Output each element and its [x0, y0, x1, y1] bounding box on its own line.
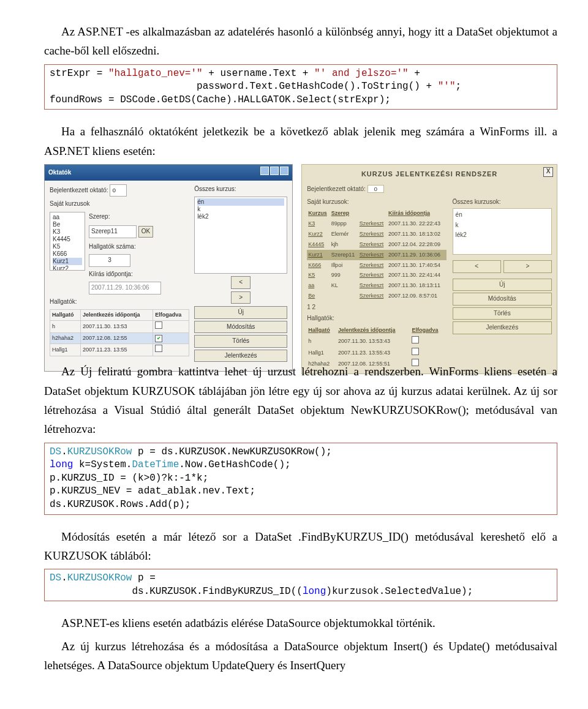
code1-l2c: ;	[456, 81, 462, 92]
wf-all-courses-list[interactable]: énklék2	[194, 197, 287, 274]
code-block-3: DS.KURZUSOKRow p = ds.KURZUSOK.FindByKUR…	[44, 569, 557, 601]
wf-all-label: Összes kurzus:	[194, 184, 287, 195]
intro-paragraph-2: Ha a felhasználó oktatóként jeletkezik b…	[44, 122, 557, 160]
code1-l2b: "'"	[438, 81, 456, 92]
wf-students-table[interactable]: HallgatóJelentkezés időpontjaElfogadvah2…	[50, 309, 189, 356]
aspnet-window: X KURZUS JELENTKEZÉSI RENDSZER Bejelentk…	[301, 164, 557, 374]
code2-l2b: k=System.	[73, 459, 132, 470]
code3-l1c: KURZUSOKRow	[67, 572, 132, 583]
asp-logged-input[interactable]: o	[368, 185, 385, 193]
wf-post-value: 2007.11.29. 10:36:06	[89, 282, 161, 294]
screenshots-row: Oktatók Bejelentkezett oktató: o Saját k…	[44, 164, 557, 377]
wf-role-input[interactable]: Szerep11	[89, 225, 137, 238]
wf-count-label: Hallgatók száma:	[89, 243, 136, 250]
code1-l2a: password.Text.GetHashCode().ToString() +	[50, 81, 438, 92]
code2-l2a: long	[50, 459, 73, 470]
asp-own-label: Saját kurzusok:	[307, 197, 446, 208]
code3-l1d: p =	[132, 572, 161, 583]
asp-pager[interactable]: 1 2	[307, 302, 446, 313]
code1-l1d: "' and jelszo='"	[314, 68, 409, 79]
asp-modify-button[interactable]: Módosítás	[453, 293, 552, 306]
code2-l1c: KURZUSOKRow	[67, 446, 132, 457]
asp-close-button[interactable]: X	[543, 167, 553, 177]
wf-students-label: Hallgatók:	[50, 297, 189, 307]
code2-l3: p.KURZUS_ID = (k>0)?k:-1*k;	[50, 473, 208, 484]
wf-own-courses-list[interactable]: aaBeK3K4445K5K666Kurz1Kurz2laelék	[50, 212, 85, 271]
winforms-titlebar: Oktatók	[45, 165, 292, 181]
code2-l2d: .Now.GetHashCode();	[179, 459, 290, 470]
asp-own-courses-table[interactable]: KurzusSzerepKiírás időpontjaK389pppSzerk…	[307, 208, 446, 301]
wf-count-value: 3	[89, 254, 130, 267]
code1-l1b: "hallgato_nev='"	[108, 68, 203, 79]
asp-delete-button[interactable]: Törlés	[453, 307, 552, 320]
code1-l1a: strExpr =	[50, 68, 108, 79]
paragraph-4: Módosítás esetén a már létező sor a Data…	[44, 527, 557, 566]
asp-new-button[interactable]: Új	[453, 279, 552, 291]
asp-move-left-button[interactable]: <	[453, 260, 501, 273]
winforms-window: Oktatók Bejelentkezett oktató: o Saját k…	[44, 164, 293, 372]
code2-l5: ds.KURZUSOK.Rows.Add(p);	[50, 499, 190, 510]
paragraph-3: Az Új feliratú gombra kattintva lehet új…	[44, 362, 557, 438]
code2-l1d: p = ds.KURZUSOK.NewKURZUSOKRow();	[132, 446, 331, 457]
wf-role-label: Szerep:	[89, 213, 110, 220]
code3-l2b: long	[303, 586, 326, 597]
wf-delete-button[interactable]: Törlés	[194, 335, 287, 348]
asp-logged-label: Bejelentkezett oktató:	[307, 186, 366, 192]
asp-all-courses-list[interactable]: énklék2	[453, 208, 552, 255]
code3-l1a: DS	[50, 572, 61, 583]
asp-all-label: Összes kurzusok:	[453, 197, 552, 208]
wf-post-label: Kiírás időpontja:	[89, 271, 133, 277]
winforms-window-buttons[interactable]	[259, 167, 288, 179]
asp-title: KURZUS JELENTKEZÉSI RENDSZER	[307, 167, 552, 183]
code2-l1a: DS	[50, 446, 61, 457]
asp-apply-button[interactable]: Jelentkezés	[453, 321, 552, 334]
winforms-title-text: Oktatók	[48, 168, 71, 178]
wf-move-left-button[interactable]: <	[231, 276, 251, 289]
wf-ok-button[interactable]: OK	[138, 226, 153, 238]
code2-l4: p.KURZUS_NEV = adat_ablak.nev.Text;	[50, 486, 255, 497]
paragraph-6: Az új kurzus létrehozása és a módosítása…	[44, 637, 557, 675]
code3-l2: ds.KURZUSOK.FindByKURZUS_ID((	[50, 586, 303, 597]
wf-move-right-button[interactable]: >	[231, 291, 251, 304]
code-block-2: DS.KURZUSOKRow p = ds.KURZUSOK.NewKURZUS…	[44, 443, 557, 515]
wf-own-label: Saját kurzusok	[50, 199, 189, 209]
code2-l1b: .	[61, 446, 67, 457]
paragraph-5: ASP.NET-es kliens esetén adatbázis eléré…	[44, 613, 557, 632]
wf-new-button[interactable]: Új	[194, 306, 287, 319]
wf-logged-label: Bejelentkezett oktató:	[50, 187, 108, 193]
code3-l1b: .	[61, 572, 67, 583]
wf-logged-input[interactable]: o	[110, 184, 127, 197]
code1-l1e: +	[409, 68, 426, 79]
code1-l3: foundRows = DSCode.GetDS(Cache).HALLGATO…	[50, 94, 391, 105]
code1-l1c: + username.Text +	[203, 68, 314, 79]
code-block-1: strExpr = "hallgato_nev='" + username.Te…	[44, 64, 557, 110]
asp-move-right-button[interactable]: >	[503, 260, 552, 273]
asp-students-label: Hallgatók:	[307, 313, 446, 324]
wf-apply-button[interactable]: Jelentkezés	[194, 350, 287, 362]
intro-paragraph-1: Az ASP.NET -es alkalmazásban az adatelér…	[44, 22, 557, 61]
code3-l2c: )kurzusok.SelectedValue);	[326, 586, 473, 597]
wf-modify-button[interactable]: Módosítás	[194, 321, 287, 334]
code2-l2c: DateTime	[132, 459, 179, 470]
